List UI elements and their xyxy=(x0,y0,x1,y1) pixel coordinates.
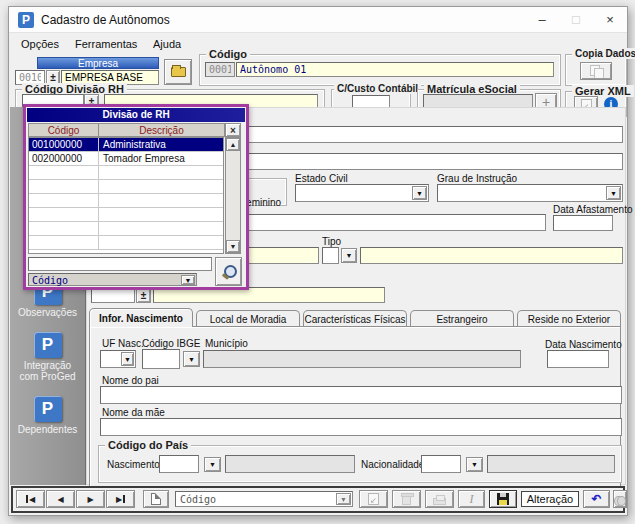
nav-first-button[interactable]: ◀ xyxy=(16,490,45,508)
sidebar-item-label: Observações xyxy=(10,307,85,318)
nav-next-button[interactable]: ▶ xyxy=(76,490,105,508)
nav-last-button[interactable]: ▶ xyxy=(106,490,135,508)
record-search-combo[interactable]: Código ▼ xyxy=(175,491,353,507)
save-button[interactable] xyxy=(489,490,517,508)
sidebar-item-label: Dependentes xyxy=(10,424,85,435)
filter-field-value: Código xyxy=(32,275,68,286)
nacionalidade-dropdown-button[interactable]: ▼ xyxy=(466,457,483,472)
codigo-ibge-label: Código IBGE xyxy=(142,338,200,349)
scroll-down-button[interactable]: ▼ xyxy=(226,240,240,253)
menu-opcoes[interactable]: Opções xyxy=(17,37,63,51)
tab-caracteristicas-fisicas[interactable]: Características Físicas xyxy=(303,310,407,327)
close-button[interactable]: × xyxy=(593,7,627,33)
table-row[interactable]: 001000000 Administrativa xyxy=(29,138,223,152)
find-button[interactable] xyxy=(613,490,627,508)
trash-icon xyxy=(402,495,411,505)
data-afastamento-field[interactable] xyxy=(553,215,613,231)
pais-nascimento-dropdown-button[interactable]: ▼ xyxy=(204,457,221,472)
new-document-icon xyxy=(151,493,161,505)
app-window: P Cadastro de Autônomos – □ × Opções Fer… xyxy=(8,6,628,516)
nome-mae-field[interactable] xyxy=(100,418,622,436)
nome-pai-field[interactable] xyxy=(100,386,622,404)
pais-nascimento-name-field[interactable] xyxy=(225,455,355,473)
nacionalidade-code-field[interactable] xyxy=(421,455,461,473)
estado-civil-select[interactable]: ▼ xyxy=(295,184,429,202)
grau-instrucao-select[interactable]: ▼ xyxy=(437,184,623,202)
municipio-label: Município xyxy=(205,338,248,349)
print-button[interactable] xyxy=(425,490,454,508)
row-code: 001000000 xyxy=(29,138,99,151)
chevron-down-icon: ▼ xyxy=(610,190,617,197)
nacionalidade-name-field[interactable] xyxy=(487,455,615,473)
popup-title-bar[interactable]: Divisão de RH xyxy=(27,108,245,122)
close-icon: × xyxy=(606,12,614,27)
uf-nasc-select[interactable]: ▼ xyxy=(100,350,136,368)
table-row-empty xyxy=(29,222,223,236)
sidebar-item-dependentes[interactable]: P Dependentes xyxy=(10,396,85,435)
maximize-button[interactable]: □ xyxy=(559,7,593,33)
new-record-button[interactable] xyxy=(143,490,169,508)
undo-button[interactable]: ↶ xyxy=(583,490,610,508)
ibge-dropdown-button[interactable]: ▼ xyxy=(183,351,200,367)
menu-bar: Opções Ferramentas Ajuda xyxy=(9,34,627,54)
chevron-down-icon: ▼ xyxy=(209,461,216,468)
sidebar-item-integracao-proged[interactable]: P Integração com ProGed xyxy=(10,332,85,382)
table-row[interactable]: 002000000 Tomador Empresa xyxy=(29,152,223,166)
scroll-up-button[interactable]: ▲ xyxy=(226,138,240,151)
tab-estrangeiro[interactable]: Estrangeiro xyxy=(410,310,514,327)
table-row-empty xyxy=(29,236,223,250)
close-icon: × xyxy=(230,125,236,136)
export-button[interactable] xyxy=(359,490,388,508)
pais-nascimento-code-field[interactable] xyxy=(159,455,199,473)
menu-ferramentas[interactable]: Ferramentas xyxy=(71,37,141,51)
scroll-down-icon: ▼ xyxy=(230,243,237,250)
minimize-button[interactable]: – xyxy=(525,7,559,33)
data-nascimento-field[interactable] xyxy=(547,350,609,368)
codigo-ibge-field[interactable] xyxy=(142,349,180,369)
open-company-button[interactable] xyxy=(164,59,192,85)
popup-search-button[interactable] xyxy=(215,257,242,286)
copia-dados-button[interactable] xyxy=(580,62,612,80)
table-row-empty xyxy=(29,166,223,180)
tipo-desc-field[interactable] xyxy=(360,247,623,264)
chevron-down-icon: ▼ xyxy=(124,356,131,363)
italic-button[interactable]: I xyxy=(458,490,485,508)
minimize-icon: – xyxy=(538,12,545,27)
save-floppy-icon xyxy=(497,493,509,505)
menu-ajuda[interactable]: Ajuda xyxy=(149,37,185,51)
record-combo-value: Código xyxy=(180,494,216,505)
search-icon xyxy=(221,264,237,280)
nome-mae-label: Nome da mãe xyxy=(102,407,165,418)
data-afastamento-label: Data Afastamento xyxy=(553,204,633,215)
tab-reside-no-exterior[interactable]: Reside no Exterior xyxy=(517,310,621,327)
tipo-dropdown-button[interactable]: ▼ xyxy=(341,248,357,263)
empresa-header: Empresa xyxy=(37,57,159,69)
nav-last-icon: ▶ xyxy=(116,495,125,504)
grid-header-codigo[interactable]: Código xyxy=(28,123,99,137)
popup-filter-combo[interactable]: Código ▼ xyxy=(28,273,197,286)
grid-scrollbar[interactable]: ▲ ▼ xyxy=(225,137,241,254)
nascimento-tab-panel: UF Nasc. ▼ Código IBGE ▼ Município Data … xyxy=(89,326,621,489)
popup-close-button[interactable]: × xyxy=(225,123,241,137)
tipo-label: Tipo xyxy=(322,236,341,247)
municipio-field[interactable] xyxy=(203,350,521,368)
printer-icon xyxy=(433,498,446,505)
undo-icon: ↶ xyxy=(591,492,601,506)
delete-button[interactable] xyxy=(392,490,421,508)
chevron-down-icon: ▼ xyxy=(340,496,347,503)
scroll-up-icon: ▲ xyxy=(230,141,237,148)
autonomo-code-field[interactable] xyxy=(205,62,235,77)
tipo-code-field[interactable] xyxy=(322,247,339,264)
title-bar: P Cadastro de Autônomos – □ × xyxy=(9,7,627,33)
nav-prev-icon: ◀ xyxy=(57,495,63,504)
export-icon xyxy=(368,493,379,505)
uf-nasc-label: UF Nasc. xyxy=(102,338,144,349)
tab-infor-nascimento[interactable]: Infor. Nascimento xyxy=(89,308,193,327)
row-desc: Tomador Empresa xyxy=(99,152,223,165)
data-nascimento-label: Data Nascimento xyxy=(545,339,622,350)
grid-header-descricao[interactable]: Descrição xyxy=(98,123,225,137)
popup-search-input[interactable] xyxy=(28,257,212,271)
nav-prev-button[interactable]: ◀ xyxy=(46,490,75,508)
tab-local-de-moradia[interactable]: Local de Moradia xyxy=(196,310,300,327)
autonomo-name-field[interactable] xyxy=(236,62,554,77)
